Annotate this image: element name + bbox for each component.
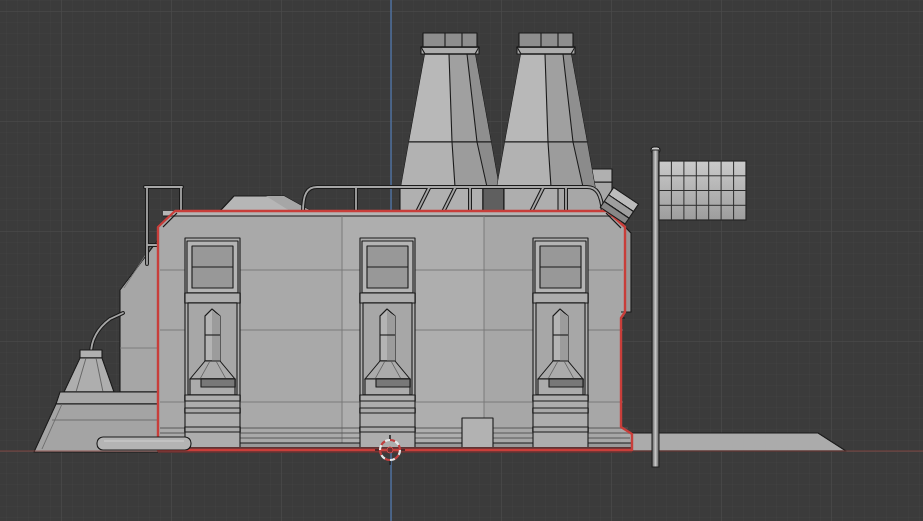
roof-dark-box bbox=[483, 187, 504, 211]
door-crate[interactable] bbox=[462, 418, 493, 448]
flag-pole[interactable] bbox=[652, 150, 659, 467]
viewport-canvas[interactable] bbox=[0, 0, 923, 521]
factory-building[interactable] bbox=[158, 211, 632, 453]
cursor-center-dot bbox=[387, 447, 393, 453]
ground-pipe[interactable] bbox=[97, 437, 191, 450]
3d-viewport[interactable] bbox=[0, 0, 923, 521]
bay-right[interactable] bbox=[533, 238, 588, 448]
bay-middle[interactable] bbox=[360, 238, 415, 448]
vent-hood-neck bbox=[80, 350, 102, 358]
annex-ledge bbox=[56, 392, 158, 404]
bay-left[interactable] bbox=[185, 238, 240, 448]
